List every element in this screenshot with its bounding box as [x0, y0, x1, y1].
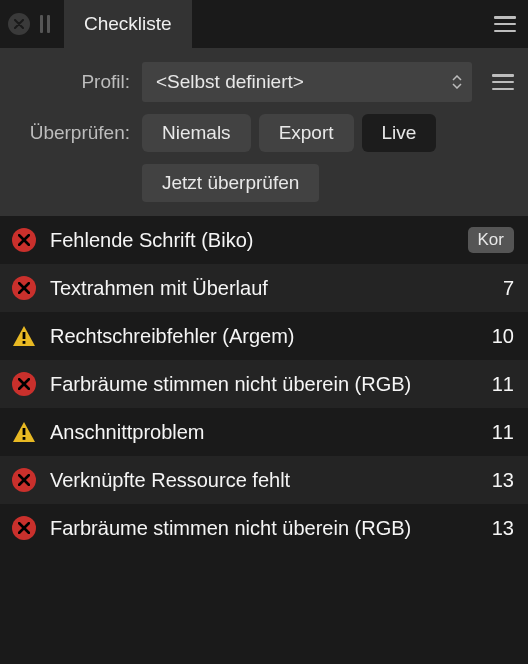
panel-tabbar: Checkliste — [0, 0, 528, 48]
list-item[interactable]: Rechtschreibfehler (Argem) 10 — [0, 312, 528, 360]
item-count: 11 — [484, 373, 514, 396]
item-count: 10 — [484, 325, 514, 348]
item-text: Rechtschreibfehler (Argem) — [50, 323, 472, 349]
list-item[interactable]: Anschnittproblem 11 — [0, 408, 528, 456]
check-mode-never[interactable]: Niemals — [142, 114, 251, 152]
profile-select[interactable]: <Selbst definiert> — [142, 62, 472, 102]
item-count: 13 — [484, 517, 514, 540]
results-list: Fehlende Schrift (Biko) Kor Textrahmen m… — [0, 216, 528, 552]
menu-icon — [494, 16, 516, 32]
menu-icon — [492, 74, 514, 90]
svg-rect-3 — [23, 437, 26, 440]
item-text: Farbräume stimmen nicht überein (RGB) — [50, 515, 472, 541]
tab-checkliste[interactable]: Checkliste — [64, 0, 192, 48]
item-text: Verknüpfte Ressource fehlt — [50, 467, 472, 493]
check-mode-live[interactable]: Live — [362, 114, 437, 152]
chevron-down-icon — [452, 83, 462, 89]
list-item[interactable]: Textrahmen mit Überlauf 7 — [0, 264, 528, 312]
warning-icon — [11, 323, 37, 349]
check-label: Überprüfen: — [12, 122, 142, 144]
error-icon — [12, 516, 36, 540]
item-text: Anschnittproblem — [50, 419, 472, 445]
item-text: Textrahmen mit Überlauf — [50, 275, 483, 301]
profile-stepper[interactable] — [452, 75, 462, 89]
item-count: 7 — [495, 277, 514, 300]
panel-menu-button[interactable] — [490, 9, 520, 39]
svg-rect-0 — [23, 332, 26, 339]
list-item[interactable]: Farbräume stimmen nicht überein (RGB) 13 — [0, 504, 528, 552]
svg-rect-2 — [23, 428, 26, 435]
chevron-up-icon — [452, 75, 462, 81]
item-badge[interactable]: Kor — [468, 227, 514, 253]
item-text: Farbräume stimmen nicht überein (RGB) — [50, 371, 472, 397]
panel-drag-handle[interactable] — [40, 15, 50, 33]
item-count: 11 — [484, 421, 514, 444]
close-icon — [14, 19, 24, 29]
profile-value: <Selbst definiert> — [156, 71, 452, 93]
close-panel-button[interactable] — [8, 13, 30, 35]
item-count: 13 — [484, 469, 514, 492]
error-icon — [12, 276, 36, 300]
list-item[interactable]: Farbräume stimmen nicht überein (RGB) 11 — [0, 360, 528, 408]
error-icon — [12, 468, 36, 492]
warning-icon — [11, 419, 37, 445]
profile-label: Profil: — [12, 71, 142, 93]
error-icon — [12, 228, 36, 252]
list-item[interactable]: Fehlende Schrift (Biko) Kor — [0, 216, 528, 264]
controls-area: Profil: <Selbst definiert> Überprüfen: N… — [0, 48, 528, 216]
tab-label: Checkliste — [84, 13, 172, 35]
check-mode-group: Niemals Export Live — [142, 114, 436, 152]
list-item[interactable]: Verknüpfte Ressource fehlt 13 — [0, 456, 528, 504]
check-now-button[interactable]: Jetzt überprüfen — [142, 164, 319, 202]
svg-rect-1 — [23, 341, 26, 344]
profile-menu-button[interactable] — [490, 74, 516, 90]
item-text: Fehlende Schrift (Biko) — [50, 227, 456, 253]
check-mode-export[interactable]: Export — [259, 114, 354, 152]
error-icon — [12, 372, 36, 396]
